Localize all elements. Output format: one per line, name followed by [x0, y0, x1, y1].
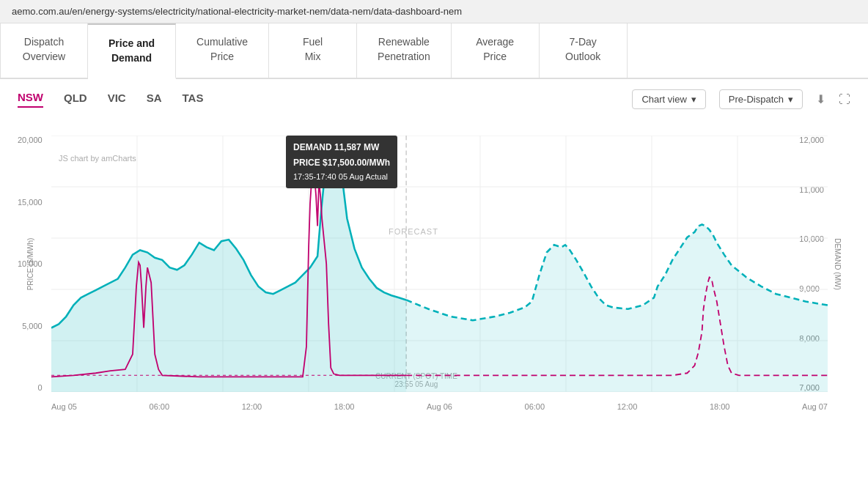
tab-price-and-demand[interactable]: Price andDemand: [88, 23, 176, 79]
pre-dispatch-label: Pre-Dispatch: [729, 94, 784, 105]
region-nsw[interactable]: NSW: [18, 91, 43, 108]
tab-average-price[interactable]: AveragePrice: [452, 23, 540, 78]
nav-tabs: DispatchOverview Price andDemand Cumulat…: [0, 23, 868, 79]
tooltip-price: PRICE $17,500.00/MWh: [293, 155, 390, 170]
address-bar: aemo.com.au/en/energy-systems/electricit…: [0, 0, 868, 23]
chart-area: DEMAND 11,587 MW PRICE $17,500.00/MWh 17…: [0, 114, 868, 429]
pre-dispatch-button[interactable]: Pre-Dispatch ▾: [719, 89, 803, 109]
tab-fuel-mix[interactable]: FuelMix: [269, 23, 357, 78]
tooltip-time: 17:35-17:40 05 Aug Actual: [293, 170, 390, 184]
chart-svg: [51, 136, 828, 392]
tab-cumulative-price[interactable]: CumulativePrice: [176, 23, 269, 78]
tooltip: DEMAND 11,587 MW PRICE $17,500.00/MWh 17…: [286, 136, 397, 188]
chart-controls: Chart view ▾ Pre-Dispatch ▾ ⬇ ⛶: [632, 89, 850, 109]
download-icon[interactable]: ⬇: [816, 92, 825, 106]
expand-icon[interactable]: ⛶: [839, 93, 850, 106]
y-axis-left-label: PRICE ($/MWh): [26, 238, 34, 291]
tab-dispatch-overview[interactable]: DispatchOverview: [0, 23, 88, 78]
region-bar: NSW QLD VIC SA TAS Chart view ▾ Pre-Disp…: [0, 79, 868, 114]
x-axis: Aug 05 06:00 12:00 18:00 Aug 06 06:00 12…: [51, 402, 828, 411]
region-vic[interactable]: VIC: [108, 92, 126, 107]
chart-view-label: Chart view: [641, 94, 686, 105]
chart-view-chevron-icon: ▾: [691, 94, 696, 105]
tooltip-demand: DEMAND 11,587 MW: [293, 140, 390, 155]
region-sa[interactable]: SA: [147, 92, 162, 107]
region-tas[interactable]: TAS: [183, 92, 204, 107]
tab-renewable-penetration[interactable]: RenewablePenetration: [357, 23, 452, 78]
region-qld[interactable]: QLD: [64, 92, 87, 107]
url-text: aemo.com.au/en/energy-systems/electricit…: [12, 6, 462, 17]
tab-7-day-outlook[interactable]: 7-DayOutlook: [540, 23, 628, 78]
pre-dispatch-chevron-icon: ▾: [788, 94, 793, 105]
chart-view-button[interactable]: Chart view ▾: [632, 89, 705, 109]
y-axis-right-label: DEMAND (MW): [834, 238, 842, 290]
